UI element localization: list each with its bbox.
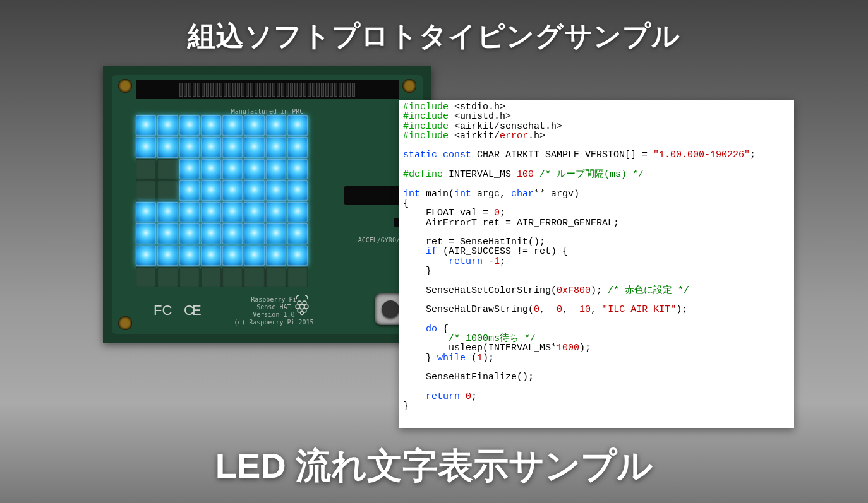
led-pixel: [201, 159, 221, 179]
led-pixel: [287, 115, 308, 136]
led-pixel: [244, 246, 264, 266]
led-pixel: [179, 115, 200, 136]
led-pixel: [201, 246, 221, 266]
led-pixel: [222, 202, 243, 222]
led-pixel: [244, 223, 264, 244]
led-pixel: [157, 159, 178, 179]
led-pixel: [157, 267, 178, 287]
led-pixel: [244, 159, 264, 179]
svg-point-0: [298, 301, 301, 305]
led-pixel: [157, 223, 178, 244]
led-pixel: [157, 115, 178, 136]
led-pixel: [201, 223, 221, 244]
led-pixel: [287, 267, 308, 287]
led-pixel: [287, 137, 308, 157]
mount-hole-icon: [118, 316, 132, 330]
led-pixel: [287, 202, 308, 222]
led-pixel: [266, 115, 286, 136]
led-pixel: [179, 180, 200, 201]
led-pixel: [222, 246, 243, 266]
mount-hole-icon: [402, 79, 416, 93]
led-pixel: [136, 267, 156, 287]
led-pixel: [222, 180, 243, 201]
led-pixel: [201, 202, 221, 222]
chip-icon: [344, 186, 401, 205]
led-pixel: [179, 202, 200, 222]
led-pixel: [201, 267, 221, 287]
svg-point-3: [304, 305, 308, 309]
led-pixel: [244, 180, 264, 201]
gpio-header: [136, 80, 399, 99]
led-pixel: [136, 180, 156, 201]
led-pixel: [222, 159, 243, 179]
led-pixel: [136, 137, 156, 157]
ce-logo-icon: CE: [184, 302, 200, 319]
led-pixel: [266, 223, 286, 244]
led-pixel: [201, 137, 221, 157]
slide-title: 組込ソフトプロトタイピングサンプル: [0, 18, 868, 55]
led-pixel: [179, 246, 200, 266]
led-pixel: [287, 246, 308, 266]
led-pixel: [222, 115, 243, 136]
led-pixel: [157, 246, 178, 266]
led-pixel: [179, 159, 200, 179]
led-pixel: [266, 246, 286, 266]
silkscreen-manufactured: Manufactured in PRC: [231, 108, 303, 115]
led-pixel: [157, 202, 178, 222]
led-pixel: [179, 267, 200, 287]
raspberry-logo-icon: [292, 293, 311, 320]
led-pixel: [136, 115, 156, 136]
led-pixel: [266, 180, 286, 201]
led-pixel: [266, 267, 286, 287]
led-pixel: [222, 223, 243, 244]
led-pixel: [222, 137, 243, 157]
led-pixel: [157, 180, 178, 201]
led-pixel: [201, 180, 221, 201]
led-pixel: [222, 267, 243, 287]
led-pixel: [136, 159, 156, 179]
led-pixel: [287, 223, 308, 244]
svg-point-1: [303, 301, 306, 305]
sense-hat-board: Manufactured in PRC ACCEL/GYRO/MAG FC CE…: [103, 66, 431, 343]
led-pixel: [266, 159, 286, 179]
svg-point-2: [296, 305, 299, 309]
fcc-logo-icon: FC: [154, 302, 172, 319]
led-pixel: [179, 137, 200, 157]
led-matrix: [136, 115, 308, 287]
led-pixel: [179, 223, 200, 244]
led-pixel: [244, 267, 264, 287]
led-pixel: [136, 202, 156, 222]
code-sample: #include <stdio.h> #include <unistd.h> #…: [399, 100, 794, 428]
svg-point-7: [301, 312, 304, 315]
svg-point-4: [300, 305, 304, 309]
led-pixel: [266, 202, 286, 222]
slide-footer-title: LED 流れ文字表示サンプル: [0, 442, 868, 490]
led-pixel: [244, 202, 264, 222]
led-pixel: [244, 137, 264, 157]
led-pixel: [287, 180, 308, 201]
led-pixel: [157, 137, 178, 157]
mount-hole-icon: [118, 79, 132, 93]
led-pixel: [201, 115, 221, 136]
led-pixel: [266, 137, 286, 157]
led-pixel: [287, 159, 308, 179]
led-pixel: [136, 223, 156, 244]
led-pixel: [244, 115, 264, 136]
led-pixel: [136, 246, 156, 266]
